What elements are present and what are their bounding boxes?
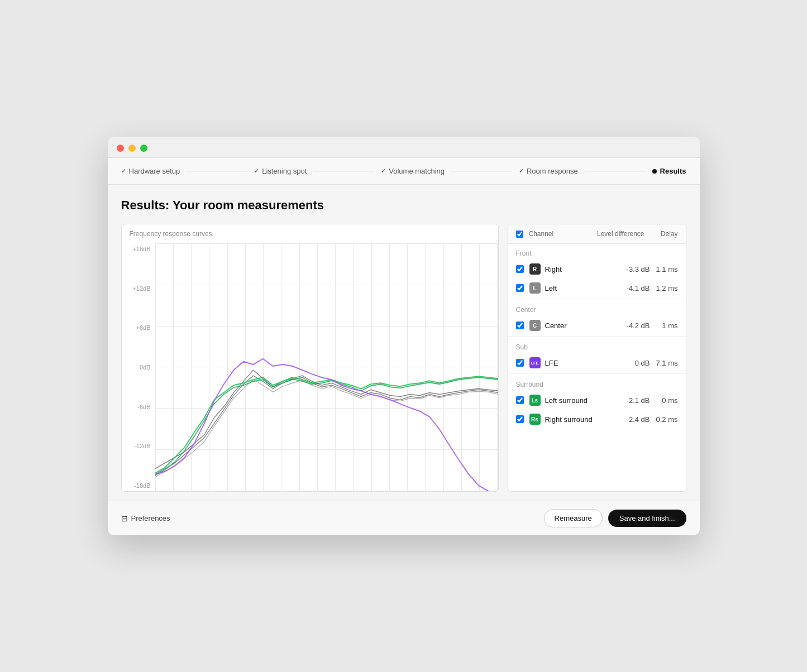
chart-label: Frequency response curves: [130, 230, 212, 238]
channel-col-header: Channel: [529, 230, 554, 238]
close-button[interactable]: [117, 145, 124, 152]
check-icon: ✓: [381, 167, 386, 175]
level-col-header: Level difference: [589, 230, 644, 238]
active-dot: [652, 169, 657, 174]
step-line-1: [187, 171, 247, 171]
channel-table-header: Channel Level difference Delay: [508, 224, 686, 244]
y-label-12n: -12dB: [134, 443, 150, 449]
channel-name-right: Right: [545, 265, 611, 273]
save-button[interactable]: Save and finish...: [608, 510, 686, 527]
frequency-response-svg: [155, 243, 498, 491]
channel-row-left: L Left -4.1 dB 1.2 ms: [508, 279, 686, 297]
channel-checkbox-ls[interactable]: [516, 396, 524, 404]
divider-3: [508, 373, 686, 374]
channel-name-left: Left: [545, 284, 611, 292]
channel-checkbox-rs[interactable]: [516, 415, 524, 423]
divider-2: [508, 336, 686, 337]
minimize-button[interactable]: [128, 145, 136, 152]
app-window: ✓ Hardware setup ✓ Listening spot ✓ Volu…: [108, 137, 700, 535]
y-label-12p: +12dB: [132, 285, 150, 292]
y-label-18n: -18dB: [134, 482, 150, 489]
channel-delay-right: 1.1 ms: [650, 265, 678, 273]
chart-panel: Frequency response curves +18dB +12dB +6…: [121, 224, 499, 492]
divider-1: [508, 299, 686, 299]
channel-delay-lfe: 7.1 ms: [650, 359, 678, 367]
step-hardware-setup[interactable]: ✓ Hardware setup: [121, 167, 180, 175]
badge-lfe: LFE: [529, 357, 541, 368]
channel-delay-ls: 0 ms: [650, 396, 678, 405]
step-room-response[interactable]: ✓ Room response: [519, 167, 578, 175]
channel-checkbox-center[interactable]: [516, 321, 524, 329]
section-surround: Surround: [508, 375, 686, 391]
section-sub: Sub: [508, 338, 686, 353]
channel-row-right: R Right -3.3 dB 1.1 ms: [508, 260, 686, 279]
channel-name-ls: Left surround: [545, 396, 611, 405]
preferences-icon: ⊟: [121, 514, 128, 523]
badge-right: R: [529, 263, 541, 275]
titlebar: [108, 137, 700, 158]
y-label-0: 0dB: [140, 364, 151, 371]
channel-row-right-surround: Rs Right surround -2.4 dB 0.2 ms: [508, 410, 686, 429]
channel-checkbox-right[interactable]: [516, 265, 524, 273]
channel-level-left: -4.1 dB: [611, 284, 650, 292]
y-label-18p: +18dB: [132, 246, 150, 252]
y-label-6p: +6dB: [136, 324, 151, 331]
check-icon: ✓: [254, 167, 259, 175]
step-listening-spot[interactable]: ✓ Listening spot: [254, 167, 307, 175]
channel-level-rs: -2.4 dB: [611, 415, 650, 424]
channel-delay-center: 1 ms: [650, 321, 678, 330]
channel-delay-left: 1.2 ms: [650, 284, 678, 292]
step-line-4: [585, 171, 646, 171]
remeasure-button[interactable]: Remeasure: [544, 509, 603, 527]
channel-name-lfe: LFE: [545, 359, 611, 367]
y-axis: +18dB +12dB +6dB 0dB -6dB -12dB -18dB: [122, 243, 155, 491]
footer-actions: Remeasure Save and finish...: [544, 509, 686, 527]
maximize-button[interactable]: [140, 145, 147, 152]
step-line-3: [451, 171, 512, 171]
wizard-steps: ✓ Hardware setup ✓ Listening spot ✓ Volu…: [108, 158, 700, 185]
content-area: Results: Your room measurements Frequenc…: [108, 185, 700, 501]
main-area: Frequency response curves +18dB +12dB +6…: [121, 224, 686, 492]
channel-row-center: C Center -4.2 dB 1 ms: [508, 316, 686, 335]
preferences-label: Preferences: [131, 514, 170, 522]
channel-delay-rs: 0.2 ms: [650, 415, 678, 424]
check-icon: ✓: [519, 167, 524, 175]
channel-level-ls: -2.1 dB: [611, 396, 650, 405]
chart-drawing-area: [155, 243, 498, 491]
channel-name-center: Center: [545, 321, 611, 330]
channel-level-center: -4.2 dB: [611, 321, 650, 330]
section-front: Front: [508, 244, 686, 260]
delay-col-header: Delay: [644, 230, 678, 238]
step-results[interactable]: Results: [652, 167, 686, 175]
channel-row-left-surround: Ls Left surround -2.1 dB 0 ms: [508, 391, 686, 410]
y-label-6n: -6dB: [137, 404, 150, 410]
footer: ⊟ Preferences Remeasure Save and finish.…: [108, 501, 700, 535]
preferences-button[interactable]: ⊟ Preferences: [121, 514, 170, 523]
badge-rs: Rs: [529, 414, 541, 425]
chart-grid: [155, 243, 498, 491]
channel-level-lfe: 0 dB: [611, 359, 650, 367]
page-title: Results: Your room measurements: [121, 198, 686, 213]
badge-ls: Ls: [529, 395, 541, 406]
channel-panel: Channel Level difference Delay Front R R…: [508, 224, 686, 492]
step-volume-matching[interactable]: ✓ Volume matching: [381, 167, 445, 175]
badge-center: C: [529, 320, 541, 331]
badge-left: L: [529, 282, 541, 294]
channel-row-lfe: LFE LFE 0 dB 7.1 ms: [508, 353, 686, 372]
channel-checkbox-left[interactable]: [516, 284, 524, 292]
select-all-checkbox[interactable]: [516, 231, 523, 238]
channel-checkbox-lfe[interactable]: [516, 359, 524, 367]
section-center: Center: [508, 300, 686, 316]
channel-name-rs: Right surround: [545, 415, 611, 424]
check-icon: ✓: [121, 167, 126, 175]
channel-level-right: -3.3 dB: [611, 265, 650, 273]
step-line-2: [313, 171, 374, 171]
